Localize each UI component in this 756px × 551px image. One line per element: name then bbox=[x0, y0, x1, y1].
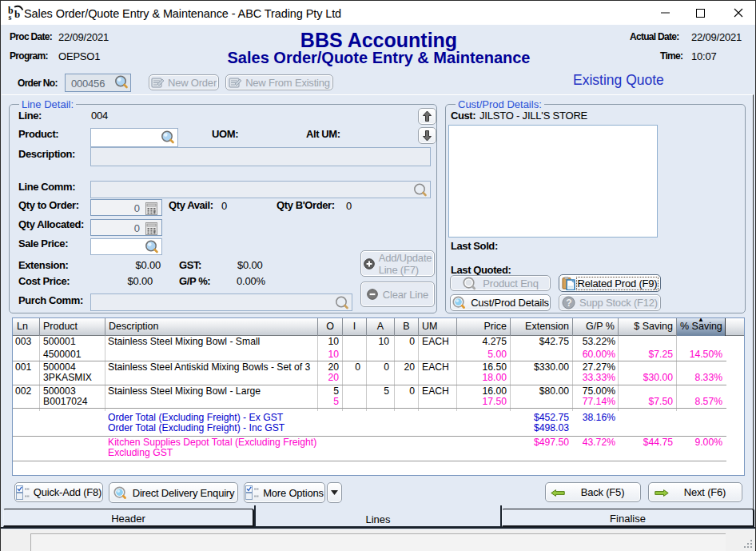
svg-text:b: b bbox=[14, 8, 20, 20]
svg-text:?: ? bbox=[566, 297, 571, 309]
svg-text:s: s bbox=[9, 13, 12, 22]
